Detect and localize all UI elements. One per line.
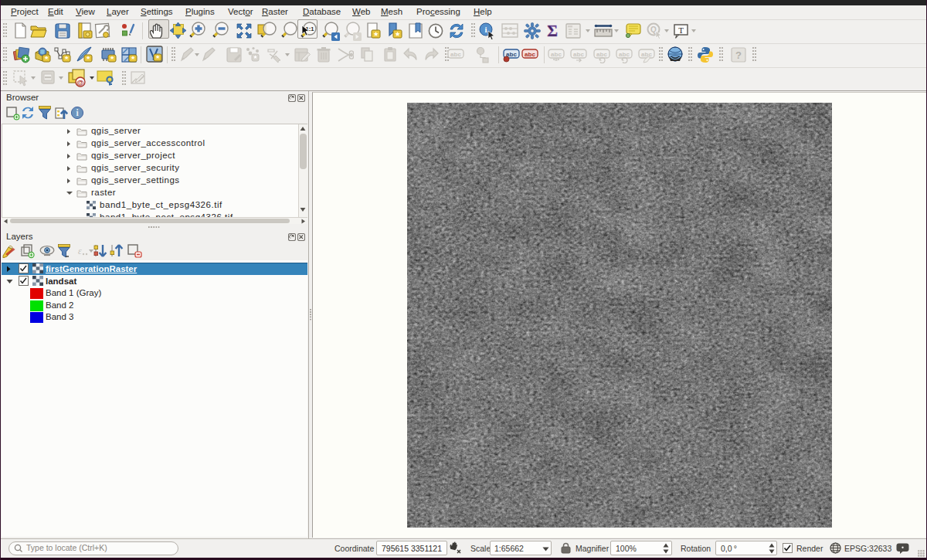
svg-text:abc: abc xyxy=(596,51,607,58)
svg-text:abc: abc xyxy=(641,51,652,58)
svg-text:?: ? xyxy=(735,49,742,61)
svg-text:Σ: Σ xyxy=(547,22,558,39)
svg-text:i: i xyxy=(484,25,487,34)
svg-text:abc: abc xyxy=(450,51,461,58)
svg-text:T: T xyxy=(678,25,684,35)
svg-text:abc: abc xyxy=(573,51,584,58)
svg-text:abc: abc xyxy=(525,51,535,58)
svg-text:@: @ xyxy=(76,78,83,87)
svg-text:-: - xyxy=(129,32,131,37)
svg-text:ε: ε xyxy=(78,246,82,256)
svg-text:abc: abc xyxy=(619,51,630,58)
svg-text:abc: abc xyxy=(551,51,562,58)
